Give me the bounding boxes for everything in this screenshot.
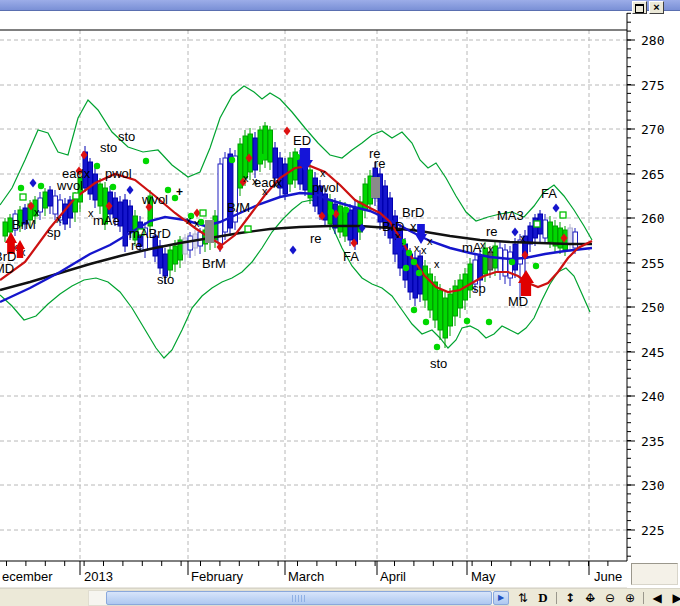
svg-text:re: re <box>310 231 322 246</box>
bottom-toolbar-strip: ▶ ⇅D↕↔↕⊖⊕◀▶⊟ <box>0 588 680 606</box>
svg-text:B/M: B/M <box>227 200 250 215</box>
svg-text:2013: 2013 <box>84 569 113 584</box>
svg-text:MD: MD <box>0 261 14 276</box>
svg-text:FA: FA <box>343 249 359 264</box>
svg-text:February: February <box>191 569 244 584</box>
svg-text:x: x <box>414 242 420 254</box>
svg-text:wvol: wvol <box>56 178 83 193</box>
axis-corner-box <box>631 563 678 585</box>
scrollbar-grip-icon <box>292 595 306 602</box>
chart-background <box>0 0 680 588</box>
svg-text:BrD: BrD <box>402 205 424 220</box>
price-chart[interactable]: 280275270265260255250245240235230225ecem… <box>0 0 680 588</box>
horizontal-scrollbar-track[interactable]: ▶ <box>88 590 509 606</box>
svg-text:x: x <box>186 214 192 226</box>
svg-text:wvol: wvol <box>141 192 168 207</box>
refresh-icon[interactable]: ⇅ <box>514 591 532 606</box>
svg-text:mA: mA <box>462 240 482 255</box>
chart-toolbar: ⇅D↕↔↕⊖⊕◀▶⊟ <box>514 590 680 606</box>
svg-text:235: 235 <box>641 434 664 449</box>
svg-text:x: x <box>320 167 326 179</box>
svg-text:x: x <box>410 219 417 234</box>
svg-text:sto: sto <box>157 272 174 287</box>
svg-text:ecember: ecember <box>2 569 53 584</box>
svg-text:225: 225 <box>641 523 664 538</box>
scroll-right-icon[interactable]: ▶ <box>668 591 680 606</box>
svg-text:MA3: MA3 <box>497 208 524 223</box>
svg-text:sto: sto <box>430 356 447 371</box>
svg-text:re: re <box>131 238 143 253</box>
svg-text:sp: sp <box>472 281 486 296</box>
zoom-in-icon[interactable]: ⊕ <box>621 591 639 606</box>
svg-text:BrM: BrM <box>202 256 226 271</box>
svg-text:270: 270 <box>641 122 664 137</box>
svg-text:245: 245 <box>641 345 664 360</box>
svg-text:June: June <box>594 569 622 584</box>
horizontal-scrollbar-thumb[interactable] <box>106 591 492 605</box>
svg-text:sp: sp <box>47 225 61 240</box>
svg-text:x: x <box>520 232 526 244</box>
svg-text:230: 230 <box>641 478 664 493</box>
svg-text:April: April <box>380 569 406 584</box>
svg-text:x: x <box>243 172 249 184</box>
svg-text:250: 250 <box>641 300 664 315</box>
svg-text:March: March <box>288 569 324 584</box>
restore-window-button[interactable] <box>632 1 647 14</box>
svg-text:FA: FA <box>541 186 557 201</box>
svg-text:pwol: pwol <box>105 166 132 181</box>
svg-text:x: x <box>56 213 62 225</box>
svg-text:260: 260 <box>641 211 664 226</box>
svg-text:re: re <box>486 224 498 239</box>
svg-text:275: 275 <box>641 78 664 93</box>
svg-text:240: 240 <box>641 389 664 404</box>
svg-text:+: + <box>176 185 183 199</box>
close-window-button[interactable]: × <box>649 1 664 14</box>
zoom-out-icon[interactable]: ⊖ <box>601 591 619 606</box>
svg-text:re: re <box>374 156 386 171</box>
svg-text:sto: sto <box>100 140 117 155</box>
chart-window: 280275270265260255250245240235230225ecem… <box>0 0 680 606</box>
close-icon: × <box>653 1 659 13</box>
scrollbar-right-arrow-button[interactable]: ▶ <box>493 591 509 605</box>
svg-text:ED: ED <box>293 133 311 148</box>
svg-text:x: x <box>434 258 440 270</box>
restore-icon <box>635 4 644 13</box>
svg-text:BrM: BrM <box>12 217 36 232</box>
daily-interval-button[interactable]: D <box>534 591 552 606</box>
svg-text:x: x <box>427 235 433 247</box>
svg-text:MD: MD <box>508 294 528 309</box>
svg-text:BrD: BrD <box>382 219 404 234</box>
pan-icon[interactable]: ↔↕ <box>581 591 599 606</box>
svg-text:sto: sto <box>118 129 135 144</box>
pan-icon-overlay: ↕ <box>581 591 599 606</box>
svg-text:May: May <box>471 569 496 584</box>
vertical-scale-icon[interactable]: ↕ <box>561 591 579 606</box>
toolbar-divider <box>556 592 557 604</box>
svg-text:x: x <box>194 217 200 229</box>
svg-text:x: x <box>421 244 427 256</box>
svg-text:255: 255 <box>641 256 664 271</box>
svg-text:280: 280 <box>641 33 664 48</box>
scroll-left-icon[interactable]: ◀ <box>648 591 666 606</box>
svg-text:mAe: mAe <box>93 213 120 228</box>
toolbar-divider <box>643 592 644 604</box>
svg-text:265: 265 <box>641 167 664 182</box>
svg-text:x: x <box>488 243 494 255</box>
window-titlebar[interactable] <box>0 0 680 11</box>
svg-text:pwol: pwol <box>312 180 339 195</box>
svg-text:eadx: eadx <box>254 175 283 190</box>
